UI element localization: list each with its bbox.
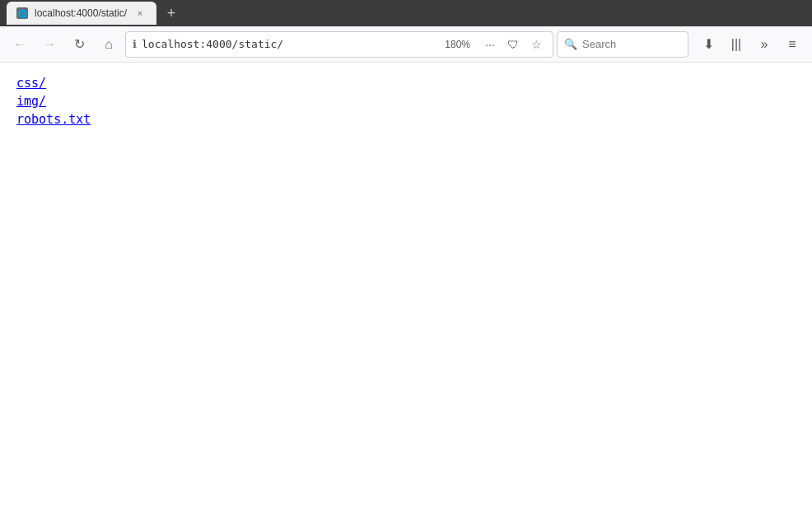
address-bar[interactable]: ℹ localhost:4000/static/ 180% ··· 🛡 ☆ — [125, 31, 553, 58]
tab-favicon: 🌐 — [16, 7, 28, 19]
info-icon[interactable]: ℹ — [133, 38, 137, 50]
reload-icon: ↻ — [74, 36, 85, 52]
browser-tab[interactable]: 🌐 localhost:4000/static/ × — [7, 2, 156, 25]
back-button[interactable]: ← — [7, 31, 33, 58]
search-input[interactable] — [582, 38, 665, 50]
directory-link[interactable]: css/ — [16, 76, 796, 91]
directory-link[interactable]: img/ — [16, 94, 796, 109]
shield-button[interactable]: 🛡 — [503, 35, 523, 54]
navigation-bar: ← → ↻ ⌂ ℹ localhost:4000/static/ 180% ··… — [0, 26, 812, 63]
forward-icon: → — [43, 37, 56, 52]
zoom-indicator[interactable]: 180% — [440, 39, 475, 50]
extensions-button[interactable]: » — [751, 31, 777, 58]
menu-button[interactable]: ≡ — [779, 31, 805, 58]
search-box[interactable]: 🔍 — [557, 31, 688, 58]
bookmark-button[interactable]: ☆ — [526, 35, 546, 54]
forward-button[interactable]: → — [36, 31, 63, 58]
tab-close-button[interactable]: × — [133, 7, 147, 20]
back-icon: ← — [13, 37, 26, 52]
address-icons: ··· 🛡 ☆ — [480, 35, 546, 54]
reload-button[interactable]: ↻ — [66, 31, 92, 58]
more-button[interactable]: ··· — [480, 35, 500, 54]
home-button[interactable]: ⌂ — [96, 31, 122, 58]
page-content: css/img/robots.txt — [0, 63, 812, 143]
tab-title: localhost:4000/static/ — [35, 7, 127, 19]
home-icon: ⌂ — [105, 37, 113, 52]
address-text: localhost:4000/static/ — [142, 38, 435, 50]
search-icon: 🔍 — [564, 38, 577, 50]
directory-link[interactable]: robots.txt — [16, 112, 796, 127]
title-bar: 🌐 localhost:4000/static/ × + — [0, 0, 812, 26]
library-button[interactable]: ||| — [723, 31, 749, 58]
new-tab-button[interactable]: + — [160, 2, 183, 25]
toolbar-icons: ⬇ ||| » ≡ — [695, 31, 805, 58]
download-button[interactable]: ⬇ — [695, 31, 721, 58]
